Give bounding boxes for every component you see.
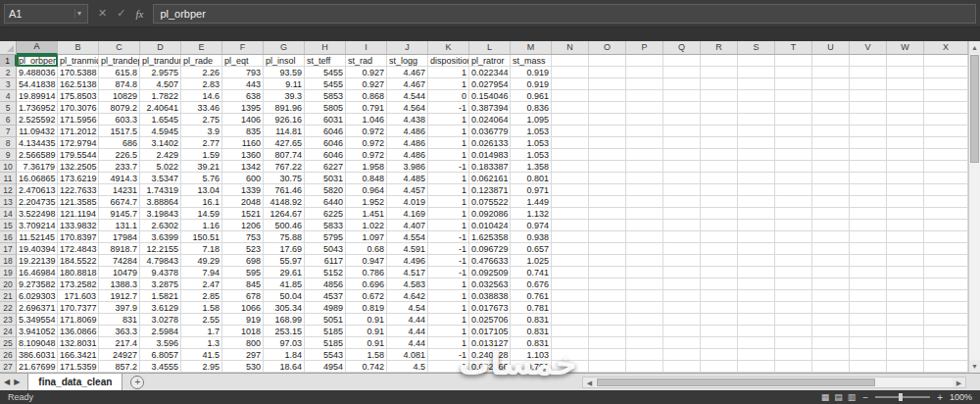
cell-M23[interactable]: 0.831	[511, 314, 552, 326]
cell-N24[interactable]	[552, 326, 589, 337]
cell-S15[interactable]	[738, 220, 775, 231]
cell-U7[interactable]	[812, 126, 850, 137]
cell-Q27[interactable]	[663, 361, 701, 373]
cell-E19[interactable]: 7.94	[181, 267, 222, 278]
cell-V25[interactable]	[850, 337, 887, 349]
cell-A15[interactable]: 3.709214	[17, 220, 58, 231]
cell-B27[interactable]: 171.5359	[58, 361, 99, 373]
cell-X19[interactable]	[924, 267, 968, 278]
cell-W25[interactable]	[887, 337, 924, 349]
cell-W27[interactable]	[887, 361, 924, 373]
cell-J6[interactable]: 4.438	[387, 114, 428, 126]
cell-T22[interactable]	[775, 302, 812, 314]
cell-E22[interactable]: 1.58	[181, 302, 222, 314]
cell-E14[interactable]: 14.59	[181, 208, 222, 220]
row-header-22[interactable]: 22	[0, 302, 17, 314]
horizontal-scroll-thumb[interactable]	[597, 379, 875, 386]
cell-P8[interactable]	[626, 137, 663, 149]
cell-G19[interactable]: 29.61	[264, 267, 305, 278]
cell-V20[interactable]	[850, 278, 887, 290]
cell-H3[interactable]: 5455	[305, 78, 346, 90]
cell-V3[interactable]	[850, 78, 887, 90]
cell-P18[interactable]	[626, 255, 663, 267]
cell-V13[interactable]	[850, 196, 887, 208]
cell-U20[interactable]	[812, 278, 850, 290]
cell-X12[interactable]	[924, 184, 968, 196]
cell-V9[interactable]	[850, 149, 887, 161]
cell-M3[interactable]: 0.919	[511, 78, 552, 90]
cell-U1[interactable]	[812, 55, 850, 67]
cell-J12[interactable]: 4.457	[387, 184, 428, 196]
cell-A8[interactable]: 4.134435	[17, 137, 58, 149]
cell-B20[interactable]: 173.2582	[58, 278, 99, 290]
cell-R21[interactable]	[701, 290, 738, 302]
cell-W5[interactable]	[887, 102, 924, 114]
cell-H27[interactable]: 4954	[305, 361, 346, 373]
cell-O15[interactable]	[589, 220, 626, 231]
cancel-icon[interactable]: ✕	[98, 7, 107, 20]
cell-N4[interactable]	[552, 90, 589, 102]
cell-S6[interactable]	[738, 114, 775, 126]
cell-U23[interactable]	[812, 314, 850, 326]
cell-G27[interactable]: 18.64	[264, 361, 305, 373]
cell-F23[interactable]: 919	[222, 314, 264, 326]
cell-L8[interactable]: 0.026133	[469, 137, 511, 149]
cell-T16[interactable]	[775, 231, 812, 243]
cell-A12[interactable]: 2.470613	[17, 184, 58, 196]
cell-V22[interactable]	[850, 302, 887, 314]
column-header-T[interactable]: T	[775, 41, 812, 55]
cell-W21[interactable]	[887, 290, 924, 302]
cell-C19[interactable]: 10479	[99, 267, 140, 278]
cell-A20[interactable]: 9.273582	[17, 278, 58, 290]
scroll-left-icon[interactable]: ◀	[583, 378, 596, 387]
scroll-up-icon[interactable]: ▲	[969, 41, 980, 54]
cell-W22[interactable]	[887, 302, 924, 314]
cell-D21[interactable]: 1.5821	[140, 290, 181, 302]
cell-A19[interactable]: 16.46984	[17, 267, 58, 278]
cell-R24[interactable]	[701, 326, 738, 337]
cell-B10[interactable]: 132.2505	[58, 161, 99, 173]
cell-W10[interactable]	[887, 161, 924, 173]
cell-M14[interactable]: 1.132	[511, 208, 552, 220]
row-header-5[interactable]: 5	[0, 102, 17, 114]
cell-D6[interactable]: 1.6545	[140, 114, 181, 126]
cell-K10[interactable]: -1	[428, 161, 469, 173]
cell-R19[interactable]	[701, 267, 738, 278]
cell-D14[interactable]: 3.19843	[140, 208, 181, 220]
cell-A10[interactable]: 7.36179	[17, 161, 58, 173]
cell-E8[interactable]: 2.77	[181, 137, 222, 149]
cell-G16[interactable]: 75.88	[264, 231, 305, 243]
column-header-F[interactable]: F	[222, 41, 264, 55]
cell-D3[interactable]: 4.507	[140, 78, 181, 90]
cell-P3[interactable]	[626, 78, 663, 90]
cell-V10[interactable]	[850, 161, 887, 173]
cell-R13[interactable]	[701, 196, 738, 208]
column-header-S[interactable]: S	[738, 41, 775, 55]
cell-B11[interactable]: 173.6219	[58, 173, 99, 184]
cell-C2[interactable]: 615.8	[99, 67, 140, 78]
cell-R7[interactable]	[701, 126, 738, 137]
cell-D24[interactable]: 2.5984	[140, 326, 181, 337]
column-header-J[interactable]: J	[387, 41, 428, 55]
cell-T23[interactable]	[775, 314, 812, 326]
cell-U8[interactable]	[812, 137, 850, 149]
row-header-21[interactable]: 21	[0, 290, 17, 302]
cell-P12[interactable]	[626, 184, 663, 196]
cell-A16[interactable]: 11.52145	[17, 231, 58, 243]
cell-F3[interactable]: 443	[222, 78, 264, 90]
cell-H15[interactable]: 5833	[305, 220, 346, 231]
cell-N6[interactable]	[552, 114, 589, 126]
column-header-H[interactable]: H	[305, 41, 346, 55]
cell-W9[interactable]	[887, 149, 924, 161]
cell-L9[interactable]: 0.014983	[469, 149, 511, 161]
cell-L17[interactable]: 0.096729	[469, 243, 511, 255]
zoom-in-icon[interactable]: +	[937, 392, 943, 403]
cell-W1[interactable]	[887, 55, 924, 67]
vertical-scroll-track[interactable]	[969, 54, 980, 360]
cell-U12[interactable]	[812, 184, 850, 196]
cell-Q7[interactable]	[663, 126, 701, 137]
cell-A14[interactable]: 3.522498	[17, 208, 58, 220]
cell-O12[interactable]	[589, 184, 626, 196]
cell-F19[interactable]: 595	[222, 267, 264, 278]
cell-I11[interactable]: 0.848	[346, 173, 387, 184]
